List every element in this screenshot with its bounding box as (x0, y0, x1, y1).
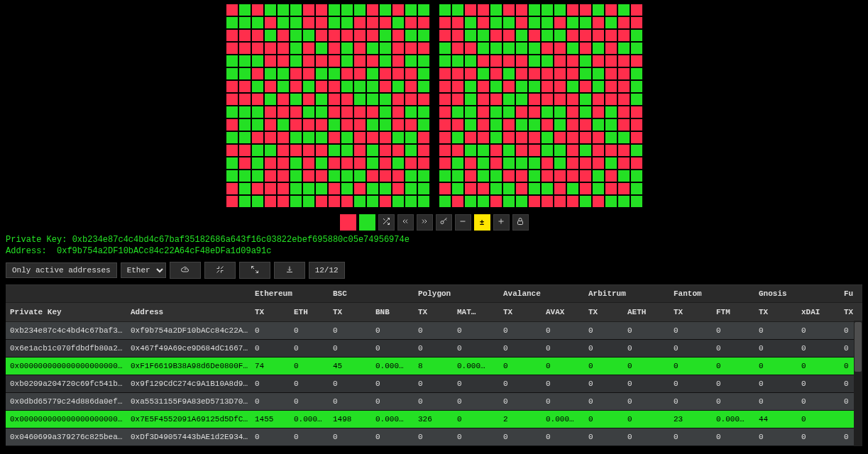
bit-cell[interactable] (554, 80, 566, 93)
bit-cell[interactable] (302, 195, 315, 208)
bit-cell[interactable] (541, 131, 554, 144)
bit-cell[interactable] (277, 106, 290, 118)
bit-cell[interactable] (379, 182, 392, 195)
bit-cell[interactable] (328, 195, 341, 208)
bit-cell[interactable] (392, 131, 405, 144)
column-header-cell[interactable]: TX (669, 308, 712, 316)
bit-cell[interactable] (238, 170, 251, 182)
bit-cell[interactable] (477, 195, 490, 208)
scrollbar-thumb[interactable] (855, 322, 862, 372)
bit-cell[interactable] (405, 16, 417, 29)
bit-cell[interactable] (477, 80, 490, 93)
bit-cell[interactable] (477, 67, 490, 80)
bit-cell[interactable] (541, 170, 554, 182)
bit-cell[interactable] (528, 16, 541, 29)
bit-cell[interactable] (579, 16, 592, 29)
bit-cell[interactable] (617, 195, 630, 208)
bit-cell[interactable] (264, 131, 277, 144)
bit-cell[interactable] (490, 16, 502, 29)
bit-cell[interactable] (515, 4, 528, 16)
bit-cell[interactable] (226, 67, 238, 80)
bit-cell[interactable] (264, 118, 277, 131)
bit-cell[interactable] (566, 93, 579, 106)
bit-cell[interactable] (592, 144, 605, 157)
bit-cell[interactable] (630, 42, 643, 55)
bit-cell[interactable] (353, 118, 366, 131)
bit-cell[interactable] (630, 55, 643, 67)
bit-cell[interactable] (490, 131, 502, 144)
bit-cell[interactable] (541, 93, 554, 106)
bit-cell[interactable] (451, 29, 464, 42)
bit-cell[interactable] (630, 144, 643, 157)
bit-cell[interactable] (579, 144, 592, 157)
bit-cell[interactable] (315, 106, 328, 118)
bit-cell[interactable] (226, 42, 238, 55)
minus-button[interactable] (455, 214, 471, 231)
bit-cell[interactable] (439, 80, 451, 93)
bit-cell[interactable] (464, 4, 477, 16)
bit-cell[interactable] (515, 67, 528, 80)
bit-cell[interactable] (451, 80, 464, 93)
bit-cell[interactable] (515, 195, 528, 208)
bit-cell[interactable] (630, 157, 643, 170)
bit-cell[interactable] (264, 157, 277, 170)
bit-cell[interactable] (353, 170, 366, 182)
bit-cell[interactable] (392, 106, 405, 118)
bit-cell[interactable] (528, 67, 541, 80)
bit-cell[interactable] (477, 106, 490, 118)
bit-cell[interactable] (417, 55, 430, 67)
bit-cell[interactable] (566, 29, 579, 42)
bit-cell[interactable] (277, 131, 290, 144)
column-header-cell[interactable]: TX (251, 308, 290, 316)
bit-cell[interactable] (605, 118, 617, 131)
bit-cell[interactable] (566, 182, 579, 195)
bit-cell[interactable] (251, 118, 264, 131)
bit-cell[interactable] (566, 195, 579, 208)
bit-cell[interactable] (490, 93, 502, 106)
bit-cell[interactable] (477, 182, 490, 195)
bit-cell[interactable] (328, 118, 341, 131)
bit-cell[interactable] (226, 195, 238, 208)
bit-cell[interactable] (605, 55, 617, 67)
bit-cell[interactable] (451, 93, 464, 106)
bit-cell[interactable] (477, 157, 490, 170)
bit-cell[interactable] (630, 131, 643, 144)
bit-cell[interactable] (617, 106, 630, 118)
bit-cell[interactable] (302, 4, 315, 16)
bit-cell[interactable] (439, 42, 451, 55)
bit-cell[interactable] (290, 29, 302, 42)
bit-cell[interactable] (490, 80, 502, 93)
bit-cell[interactable] (477, 42, 490, 55)
bit-cell[interactable] (592, 67, 605, 80)
bit-cell[interactable] (579, 93, 592, 106)
column-header-cell[interactable]: TX (414, 308, 453, 316)
bit-cell[interactable] (315, 157, 328, 170)
bit-cell[interactable] (328, 29, 341, 42)
bit-cell[interactable] (251, 80, 264, 93)
bit-cell[interactable] (417, 182, 430, 195)
bit-cell[interactable] (341, 93, 353, 106)
bit-cell[interactable] (541, 4, 554, 16)
bit-cell[interactable] (592, 118, 605, 131)
bit-cell[interactable] (439, 182, 451, 195)
bit-cell[interactable] (439, 55, 451, 67)
bit-cell[interactable] (630, 118, 643, 131)
bit-cell[interactable] (290, 157, 302, 170)
bit-cell[interactable] (490, 67, 502, 80)
key-button[interactable] (436, 214, 452, 231)
bit-cell[interactable] (238, 195, 251, 208)
bit-cell[interactable] (515, 170, 528, 182)
bit-cell[interactable] (417, 80, 430, 93)
bit-cell[interactable] (366, 67, 379, 80)
bit-cell[interactable] (477, 16, 490, 29)
bit-cell[interactable] (630, 16, 643, 29)
bit-cell[interactable] (502, 16, 515, 29)
bit-cell[interactable] (277, 195, 290, 208)
bit-cell[interactable] (379, 106, 392, 118)
bit-cell[interactable] (566, 42, 579, 55)
bit-cell[interactable] (579, 29, 592, 42)
bit-cell[interactable] (579, 106, 592, 118)
bit-cell[interactable] (528, 118, 541, 131)
table-row[interactable]: 0x0dbd65779c24d886da0ef96…0xa5531155F9A8… (6, 393, 862, 411)
bit-cell[interactable] (290, 55, 302, 67)
